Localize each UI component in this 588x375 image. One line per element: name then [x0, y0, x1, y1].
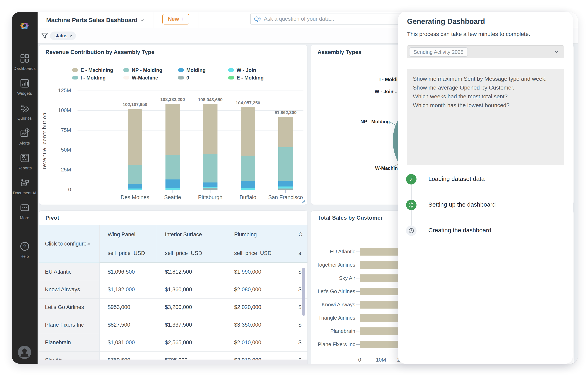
sales-bar[interactable] [360, 274, 402, 282]
bar-segment-molding[interactable] [128, 184, 142, 188]
voice-search-icon [253, 15, 261, 23]
table-row[interactable]: Plane Fixers Inc$827,500$1,337,500$3,350… [39, 316, 308, 334]
pivot-customer-cell: EU Atlantic [39, 263, 100, 281]
bar-segment-e-machining[interactable] [128, 109, 142, 165]
sidebar-item-help[interactable]: ? Help [12, 241, 38, 259]
bar-segment-molding[interactable] [241, 181, 255, 188]
sales-bar[interactable] [360, 341, 402, 348]
pivot-value-cell: $ [290, 281, 308, 299]
pivot-value-cell: $3,350,000 [226, 316, 290, 334]
sidebar-item-queries[interactable]: Queries [12, 103, 38, 121]
bar-segment-0[interactable] [278, 188, 293, 190]
table-row[interactable]: Planebrain$1,031,000$2,565,000$2,010,000… [39, 334, 308, 352]
chevron-down-icon [555, 50, 558, 53]
sidebar-item-dashboards[interactable]: Dashboards [12, 53, 38, 71]
bar-segment-np-molding[interactable] [166, 155, 180, 179]
bar-total-label: 104,057,250 [226, 100, 270, 106]
bar-segment-w-join[interactable] [278, 187, 293, 188]
sales-bar[interactable] [360, 248, 402, 256]
pivot-metric-header: sell_price_USD [157, 244, 226, 263]
bar-total-label: 102,107,650 [113, 102, 157, 107]
bar-segment-e-machining[interactable] [166, 104, 180, 155]
pivot-column-header: Interior Surface [157, 225, 226, 244]
bar-segment-e-machining[interactable] [278, 117, 293, 147]
category-tick [356, 318, 360, 318]
pivot-value-cell: $953,000 [100, 299, 157, 316]
sidebar-item-widgets[interactable]: Widgets [12, 78, 38, 96]
bar-segment-0[interactable] [203, 188, 218, 190]
dashboard-title-dropdown[interactable]: Machine Parts Sales Dashboard [46, 12, 143, 28]
sidebar-item-document-ai[interactable]: Document AI [12, 177, 38, 195]
bar-segment-np-molding[interactable] [203, 154, 218, 182]
pivot-horizontal-scrollbar[interactable] [39, 360, 308, 364]
new-button[interactable]: New + [162, 14, 189, 24]
revenue-contribution-panel: Revenue Contribution by Assembly Type E … [39, 45, 308, 205]
table-row[interactable]: Knowi Airways$1,132,000$1,360,000$2,080,… [39, 281, 308, 299]
bar-segment-e-machining[interactable] [203, 104, 218, 154]
table-row[interactable]: EU Atlantic$1,096,500$2,812,500$1,990,00… [39, 263, 308, 281]
gridline [77, 150, 304, 150]
sales-bar[interactable] [360, 327, 402, 335]
sales-bar[interactable] [360, 314, 402, 322]
dashboards-icon [19, 53, 30, 64]
overlay-subtitle: This process can take a few minutes to c… [407, 31, 530, 37]
panel-title: Total Sales by Customer [317, 215, 383, 221]
step-label: Loading dataset data [428, 176, 484, 182]
pivot-customer-cell: Let's Go Airlines [39, 299, 100, 316]
bar-segment-e-machining[interactable] [241, 107, 255, 156]
pivot-metric-header: sell_price_USD [226, 244, 290, 263]
overlay-title: Generating Dashboard [407, 17, 485, 26]
pivot-value-cell: $1,990,000 [226, 263, 290, 281]
bar-segment-w-join[interactable] [241, 188, 255, 190]
sidebar-item-label: Document AI [12, 191, 38, 195]
document-ai-icon [19, 177, 30, 188]
pivot-vertical-scrollbar[interactable] [302, 268, 305, 316]
y-tick-label: 50M [51, 147, 71, 153]
search-box [251, 13, 403, 25]
sidebar-item-more[interactable]: More [12, 202, 38, 220]
sales-x-tick-label: 0 [352, 357, 368, 363]
bar-segment-molding[interactable] [203, 182, 218, 187]
bar-segment-w-join[interactable] [203, 187, 218, 188]
panel-resize-handle[interactable] [301, 198, 305, 203]
knowi-logo-icon[interactable] [18, 20, 31, 32]
queries-icon [19, 103, 30, 114]
sidebar-item-alerts[interactable]: Alerts [12, 128, 38, 146]
help-icon: ? [19, 241, 30, 252]
bar-segment-w-join[interactable] [166, 188, 180, 190]
questions-textarea[interactable] [407, 69, 564, 165]
table-row[interactable]: Let's Go Airlines$953,000$3,200,000$2,02… [39, 299, 308, 316]
step-label: Setting up the dashboard [428, 201, 496, 208]
pivot-customer-cell: Planebrain [39, 334, 100, 352]
sales-bar[interactable] [360, 261, 402, 269]
dataset-select[interactable]: Sending Activity 2025 [407, 45, 564, 58]
sales-bar[interactable] [360, 301, 402, 309]
pivot-configure-cell[interactable]: Click to configure [39, 225, 100, 263]
bar-segment-np-molding[interactable] [241, 156, 255, 181]
pivot-column-header: Plumbing [226, 225, 290, 244]
bar-segment-np-molding[interactable] [128, 165, 142, 184]
step-status-progress [406, 200, 417, 210]
pivot-column-header: Wing Panel [100, 225, 157, 244]
category-tick [356, 344, 360, 345]
sidebar-item-label: Dashboards [12, 66, 38, 71]
bar-segment-np-molding[interactable] [278, 147, 293, 181]
bar-segment-w-join[interactable] [128, 188, 142, 190]
pivot-value-cell: $ [290, 299, 308, 316]
step-status-done: ✓ [406, 174, 417, 185]
bar-segment-molding[interactable] [166, 179, 180, 188]
pivot-column-header: C [290, 225, 308, 244]
clock-icon [408, 228, 414, 234]
pivot-value-cell: $2,812,500 [157, 263, 226, 281]
status-filter-pill[interactable]: status [50, 31, 76, 40]
bar-segment-molding[interactable] [278, 181, 293, 187]
sales-category-label: Knowi Airways [313, 302, 355, 308]
search-input[interactable] [264, 16, 384, 22]
pivot-metric-header: s [290, 244, 308, 263]
avatar[interactable] [18, 346, 31, 359]
category-tick [356, 251, 360, 252]
category-tick [356, 304, 360, 305]
pivot-panel: Pivot Click to configureWing Panelsell_p… [39, 210, 308, 364]
sales-bar[interactable] [360, 288, 402, 295]
sidebar-item-reports[interactable]: Reports [12, 153, 38, 170]
